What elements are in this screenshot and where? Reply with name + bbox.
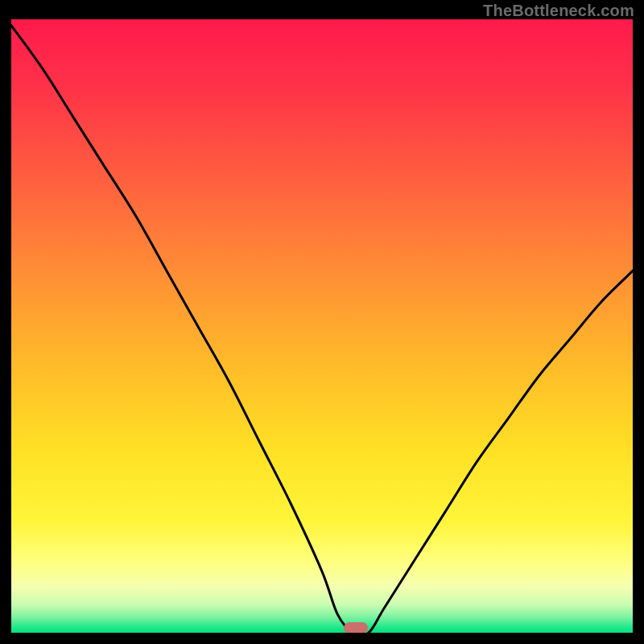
- chart-plot-area: [11, 19, 633, 633]
- chart-frame: TheBottleneck.com: [0, 0, 644, 644]
- watermark-text: TheBottleneck.com: [483, 2, 634, 20]
- optimal-marker: [344, 622, 368, 633]
- bottleneck-curve: [11, 19, 633, 633]
